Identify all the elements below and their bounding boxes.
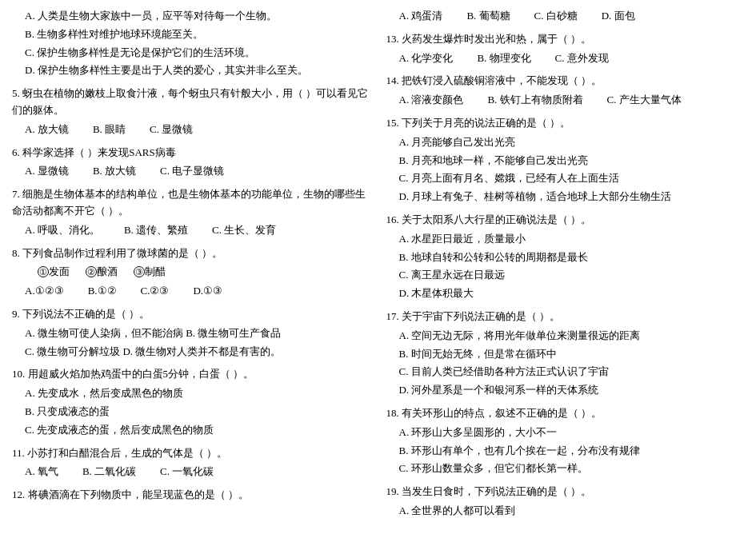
list-item: A. 全世界的人都可以看到 <box>399 503 745 520</box>
list-item: B. 生物多样性对维护地球环境能至关。 <box>25 26 370 43</box>
question-12-title: 12. 将碘酒滴在下列物质中，能呈现蓝色的是（ ）。 <box>12 487 370 504</box>
question-10: 10. 用超威火焰加热鸡蛋中的白蛋5分钟，白蛋（ ）。 A. 先变成水，然后变成… <box>12 366 370 438</box>
list-item: C.②③ <box>141 283 170 300</box>
list-item: A. 显微镜 <box>25 163 69 180</box>
inline-options: A. 鸡蛋清 B. 葡萄糖 C. 白砂糖 D. 面包 <box>399 8 745 25</box>
list-item: C. 生长、发育 <box>212 222 276 239</box>
list-item: B. 地球自转和公转和公转的周期都是最长 <box>399 249 745 266</box>
right-column: A. 鸡蛋清 B. 葡萄糖 C. 白砂糖 D. 面包 13. 火药发生爆炸时发出… <box>386 8 745 526</box>
list-item: D. 木星体积最大 <box>399 285 745 302</box>
list-item: A. 环形山大多呈圆形的，大小不一 <box>399 424 745 441</box>
question-6-options: A. 显微镜 B. 放大镜 C. 电子显微镜 <box>12 163 370 180</box>
inline-options: A. 放大镜 B. 眼睛 C. 显微镜 <box>25 122 370 138</box>
question-15-options: A. 月亮能够自己发出光亮 B. 月亮和地球一样，不能够自己发出光亮 C. 月亮… <box>386 134 745 205</box>
list-item: A. 人类是生物大家族中一员，应平等对待每一个生物。 <box>25 8 370 25</box>
circle-icon: ① <box>38 266 49 277</box>
list-item: B. 时间无始无终，但是常在循环中 <box>399 346 745 363</box>
list-item: C. 先变成液态的蛋，然后变成黑色的物质 <box>25 422 370 439</box>
list-item: B. 物理变化 <box>477 50 530 67</box>
question-17-title: 17. 关于宇宙下列说法正确的是（ ）。 <box>386 309 745 325</box>
question-13: 13. 火药发生爆炸时发出光和热，属于（ ）。 A. 化学变化 B. 物理变化 … <box>386 31 745 67</box>
question-18-title: 18. 有关环形山的特点，叙述不正确的是（ ）。 <box>386 405 745 422</box>
list-item: B. 铁钉上有物质附着 <box>487 92 582 109</box>
list-item: A. 空间无边无际，将用光年做单位来测量很远的距离 <box>399 328 745 345</box>
list-item: B. 葡萄糖 <box>466 8 510 25</box>
list-item: B. 二氧化碳 <box>82 464 136 480</box>
list-item: C. 显微镜 <box>150 122 193 138</box>
question-8: 8. 下列食品制作过程利用了微球菌的是（ ）。 ①发面 ②酿酒 ③制醋 A.①②… <box>12 245 370 300</box>
circle-icon: ② <box>86 266 97 277</box>
list-item: ②酿酒 <box>86 264 118 281</box>
list-item: C. 电子显微镜 <box>160 163 224 180</box>
question-6: 6. 科学家选择（ ）来发现SARS病毒 A. 显微镜 B. 放大镜 C. 电子… <box>12 145 370 181</box>
list-item: D. 月球上有兔子、桂树等植物，适合地球上大部分生物生活 <box>399 189 745 205</box>
list-item: A. 月亮能够自己发出光亮 <box>399 134 745 151</box>
list-item: B. 放大镜 <box>93 163 136 180</box>
question-17-options: A. 空间无边无际，将用光年做单位来测量很远的距离 B. 时间无始无终，但是常在… <box>386 328 745 399</box>
question-14: 14. 把铁钉浸入硫酸铜溶液中，不能发现（ ）。 A. 溶液变颜色 B. 铁钉上… <box>386 73 745 109</box>
list-item: B. 环形山有单个，也有几个挨在一起，分布没有规律 <box>399 443 745 460</box>
question-12: 12. 将碘酒滴在下列物质中，能呈现蓝色的是（ ）。 <box>12 487 370 504</box>
question-9: 9. 下列说法不正确的是（ ）。 A. 微生物可使人染病，但不能治病 B. 微生… <box>12 306 370 360</box>
list-item: A. 呼吸、消化。 <box>25 222 100 239</box>
question-19: 19. 当发生日食时，下列说法正确的是（ ）。 A. 全世界的人都可以看到 <box>386 484 745 520</box>
question-5-options: A. 放大镜 B. 眼睛 C. 显微镜 <box>12 122 370 138</box>
question-15: 15. 下列关于月亮的说法正确的是（ ）。 A. 月亮能够自己发出光亮 B. 月… <box>386 115 745 205</box>
question-pre: A. 人类是生物大家族中一员，应平等对待每一个生物。 B. 生物多样性对维护地球… <box>12 8 370 79</box>
list-item: C. 保护生物多样性是无论是保护它们的生活环境。 <box>25 45 370 62</box>
list-item: D. 保护生物多样性主要是出于人类的爱心，其实并非么至关。 <box>25 62 370 79</box>
list-item: A. 水星距日最近，质量最小 <box>399 231 745 248</box>
list-item: ①发面 <box>38 264 70 281</box>
question-16-options: A. 水星距日最近，质量最小 B. 地球自转和公转和公转的周期都是最长 C. 离… <box>386 231 745 302</box>
question-19-title: 19. 当发生日食时，下列说法正确的是（ ）。 <box>386 484 745 500</box>
question-11-title: 11. 小苏打和白醋混合后，生成的气体是（ ）。 <box>12 445 370 462</box>
list-item: D. 河外星系是一个和银河系一样的天体系统 <box>399 382 745 399</box>
list-item: D. 面包 <box>602 8 635 25</box>
list-item: A. 化学变化 <box>399 50 454 67</box>
question-16-title: 16. 关于太阳系八大行星的正确说法是（ ）。 <box>386 212 745 229</box>
question-18: 18. 有关环形山的特点，叙述不正确的是（ ）。 A. 环形山大多呈圆形的，大小… <box>386 405 745 477</box>
question-10-options: A. 先变成水，然后变成黑色的物质 B. 只变成液态的蛋 C. 先变成液态的蛋，… <box>12 385 370 438</box>
list-item: C. 一氧化碳 <box>160 464 214 480</box>
question-16: 16. 关于太阳系八大行星的正确说法是（ ）。 A. 水星距日最近，质量最小 B… <box>386 212 745 302</box>
pre-options: A. 人类是生物大家族中一员，应平等对待每一个生物。 B. 生物多样性对维护地球… <box>12 8 370 79</box>
left-column: A. 人类是生物大家族中一员，应平等对待每一个生物。 B. 生物多样性对维护地球… <box>12 8 370 526</box>
list-item: C. 意外发现 <box>555 50 609 67</box>
list-item: A. 先变成水，然后变成黑色的物质 <box>25 385 370 402</box>
list-item: C. 白砂糖 <box>534 8 578 25</box>
list-item: B. 眼睛 <box>93 122 126 138</box>
list-item: D.①③ <box>193 283 222 300</box>
question-13-options: A. 化学变化 B. 物理变化 C. 意外发现 <box>386 50 745 67</box>
question-8-title: 8. 下列食品制作过程利用了微球菌的是（ ）。 <box>12 245 370 262</box>
list-item: ③制醋 <box>134 264 166 281</box>
question-10-title: 10. 用超威火焰加热鸡蛋中的白蛋5分钟，白蛋（ ）。 <box>12 366 370 383</box>
list-item: B. 月亮和地球一样，不能够自己发出光亮 <box>399 153 745 169</box>
question-9-title: 9. 下列说法不正确的是（ ）。 <box>12 306 370 323</box>
question-9-options: A. 微生物可使人染病，但不能治病 B. 微生物可生产食品 C. 微生物可分解垃… <box>12 325 370 361</box>
question-7-options: A. 呼吸、消化。 B. 遗传、繁殖 C. 生长、发育 <box>12 222 370 239</box>
question-5: 5. 蚜虫在植物的嫩枝上取食汁液，每个蚜虫只有针般大小，用（ ）可以看见它们的躯… <box>12 86 370 137</box>
question-15-title: 15. 下列关于月亮的说法正确的是（ ）。 <box>386 115 745 132</box>
question-11-options: A. 氧气 B. 二氧化碳 C. 一氧化碳 <box>12 464 370 480</box>
question-17: 17. 关于宇宙下列说法正确的是（ ）。 A. 空间无边无际，将用光年做单位来测… <box>386 309 745 399</box>
question-12-options: A. 鸡蛋清 B. 葡萄糖 C. 白砂糖 D. 面包 <box>386 8 745 25</box>
question-14-options: A. 溶液变颜色 B. 铁钉上有物质附着 C. 产生大量气体 <box>386 92 745 109</box>
inline-options: A. 呼吸、消化。 B. 遗传、繁殖 C. 生长、发育 <box>25 222 370 239</box>
question-6-title: 6. 科学家选择（ ）来发现SARS病毒 <box>12 145 370 161</box>
list-item: A. 鸡蛋清 <box>399 8 443 25</box>
question-8-options: ①发面 ②酿酒 ③制醋 A.①②③ B.①② C.②③ D.①③ <box>12 264 370 300</box>
question-12-options-cont: A. 鸡蛋清 B. 葡萄糖 C. 白砂糖 D. 面包 <box>386 8 745 25</box>
list-item: C. 月亮上面有月名、嫦娥，已经有人在上面生活 <box>399 170 745 187</box>
list-item: B.①② <box>88 283 117 300</box>
list-item: C. 目前人类已经借助各种方法正式认识了宇宙 <box>399 364 745 381</box>
inline-options: A. 显微镜 B. 放大镜 C. 电子显微镜 <box>25 163 370 180</box>
list-item: A. 氧气 <box>25 464 58 480</box>
list-item: A. 放大镜 <box>25 122 69 138</box>
question-11: 11. 小苏打和白醋混合后，生成的气体是（ ）。 A. 氧气 B. 二氧化碳 C… <box>12 445 370 481</box>
inline-options: A. 溶液变颜色 B. 铁钉上有物质附着 C. 产生大量气体 <box>399 92 745 109</box>
question-7-title: 7. 细胞是生物体基本的结构单位，也是生物体基本的功能单位，生物的哪些生命活动都… <box>12 186 370 220</box>
question-5-title: 5. 蚜虫在植物的嫩枝上取食汁液，每个蚜虫只有针般大小，用（ ）可以看见它们的躯… <box>12 86 370 119</box>
list-item: C. 微生物可分解垃圾 D. 微生物对人类并不都是有害的。 <box>25 344 370 361</box>
question-18-options: A. 环形山大多呈圆形的，大小不一 B. 环形山有单个，也有几个挨在一起，分布没… <box>386 424 745 477</box>
inline-options: A. 化学变化 B. 物理变化 C. 意外发现 <box>399 50 745 67</box>
